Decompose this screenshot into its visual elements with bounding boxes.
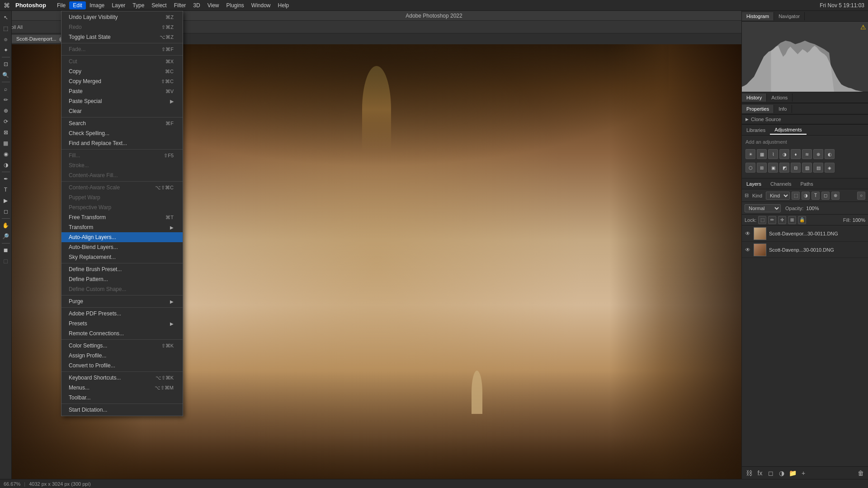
lock-all-btn[interactable]: 🔒 <box>798 216 806 224</box>
menu-free-transform[interactable]: Free Transform ⌘T <box>61 212 183 222</box>
menu-3d[interactable]: 3D <box>189 1 203 9</box>
filter-shape-icon[interactable]: ◻ <box>821 192 830 200</box>
adj-brightness[interactable]: ☀ <box>745 149 755 159</box>
layer-item-1[interactable]: 👁 Scott-Davenpor...30-0011.DNG <box>742 225 868 242</box>
menu-redo[interactable]: Redo ⇧⌘Z <box>61 22 183 32</box>
adj-color-lookup[interactable]: ▣ <box>768 163 778 173</box>
filter-type-icon[interactable]: T <box>811 192 820 200</box>
zoom-tool[interactable]: 🔎 <box>1 231 11 241</box>
menu-copy[interactable]: Copy ⌘C <box>61 66 183 76</box>
adj-exposure[interactable]: ◑ <box>779 149 789 159</box>
foreground-color[interactable]: ■ <box>1 245 11 255</box>
add-layer-btn[interactable]: + <box>799 469 808 478</box>
tab-history[interactable]: History <box>742 94 767 102</box>
quick-select-tool[interactable]: ✦ <box>1 45 11 55</box>
tab-navigator[interactable]: Navigator <box>774 12 805 20</box>
menu-edit[interactable]: Edit <box>69 1 86 9</box>
tab-paths[interactable]: Paths <box>796 180 818 188</box>
filter-adj-icon[interactable]: ◑ <box>802 192 810 200</box>
background-color[interactable]: □ <box>1 256 11 266</box>
delete-layer-btn[interactable]: 🗑 <box>856 469 865 478</box>
menu-assign-profile[interactable]: Assign Profile... <box>61 351 183 361</box>
lasso-tool[interactable]: ⌾ <box>1 34 11 44</box>
menu-define-brush[interactable]: Define Brush Preset... <box>61 264 183 274</box>
menu-auto-align[interactable]: Auto-Align Layers... <box>61 232 183 242</box>
hand-tool[interactable]: ✋ <box>1 221 11 230</box>
menu-auto-blend[interactable]: Auto-Blend Layers... <box>61 242 183 252</box>
menu-check-spelling[interactable]: Check Spelling... <box>61 128 183 138</box>
adj-gradient-map[interactable]: ▤ <box>813 163 823 173</box>
add-adjustment-btn[interactable]: ◑ <box>777 469 786 478</box>
menu-toolbar[interactable]: Toolbar... <box>61 393 183 403</box>
filter-smart-icon[interactable]: ⊕ <box>831 192 840 200</box>
menu-layer[interactable]: Layer <box>108 1 129 9</box>
menu-undo[interactable]: Undo Layer Visibility ⌘Z <box>61 12 183 22</box>
history-brush-tool[interactable]: ⟳ <box>1 117 11 127</box>
tab-actions[interactable]: Actions <box>767 94 793 102</box>
menu-adobe-pdf[interactable]: Adobe PDF Presets... <box>61 309 183 319</box>
eyedropper-tool[interactable]: 🔍 <box>1 70 11 80</box>
lock-artboard-btn[interactable]: ⊞ <box>788 216 796 224</box>
menu-paste-special[interactable]: Paste Special ▶ <box>61 96 183 106</box>
menu-image[interactable]: Image <box>86 1 108 9</box>
add-group-btn[interactable]: 📁 <box>788 469 797 478</box>
eraser-tool[interactable]: ⊠ <box>1 127 11 137</box>
layer-eye-2[interactable]: 👁 <box>745 247 751 253</box>
add-link-btn[interactable]: ⛓ <box>745 469 754 478</box>
adj-posterize[interactable]: ⊟ <box>791 163 801 173</box>
dodge-tool[interactable]: ◑ <box>1 160 11 170</box>
menu-menus[interactable]: Menus... ⌥⇧⌘M <box>61 383 183 393</box>
menu-define-pattern[interactable]: Define Pattern... <box>61 274 183 284</box>
text-tool[interactable]: T <box>1 185 11 195</box>
tab-histogram[interactable]: Histogram <box>742 12 774 20</box>
menu-type[interactable]: Type <box>129 1 148 9</box>
filter-px-icon[interactable]: ⬚ <box>792 192 800 200</box>
menu-copy-merged[interactable]: Copy Merged ⇧⌘C <box>61 76 183 86</box>
menu-find-replace[interactable]: Find and Replace Text... <box>61 138 183 148</box>
menu-sky-replace[interactable]: Sky Replacement... <box>61 252 183 262</box>
healing-tool[interactable]: ⌕ <box>1 84 11 94</box>
adj-channel-mixer[interactable]: ⊞ <box>757 163 767 173</box>
lock-position-btn[interactable]: ✛ <box>778 216 786 224</box>
apple-menu[interactable]: ⌘ <box>4 2 10 9</box>
menu-view[interactable]: View <box>204 1 223 9</box>
menu-select[interactable]: Select <box>148 1 170 9</box>
adj-bw[interactable]: ◐ <box>825 149 835 159</box>
menu-plugins[interactable]: Plugins <box>223 1 248 9</box>
filter-toggle[interactable]: ○ <box>857 192 865 200</box>
menu-color-settings[interactable]: Color Settings... ⇧⌘K <box>61 341 183 351</box>
selection-tool[interactable]: ⬚ <box>1 23 11 33</box>
menu-keyboard-shortcuts[interactable]: Keyboard Shortcuts... ⌥⇧⌘K <box>61 373 183 383</box>
menu-convert-profile[interactable]: Convert to Profile... <box>61 361 183 371</box>
lock-transparent-btn[interactable]: ⬚ <box>758 216 766 224</box>
lock-paint-btn[interactable]: ✏ <box>768 216 776 224</box>
menu-toggle-last[interactable]: Toggle Last State ⌥⌘Z <box>61 32 183 42</box>
gradient-tool[interactable]: ▦ <box>1 138 11 148</box>
tab-properties[interactable]: Properties <box>742 105 774 113</box>
adj-vibrance[interactable]: ♦ <box>791 149 801 159</box>
brush-tool[interactable]: ✏ <box>1 95 11 105</box>
adj-curves[interactable]: ⌇ <box>768 149 778 159</box>
menu-remote-conn[interactable]: Remote Connections... <box>61 328 183 338</box>
adj-hsl[interactable]: ≋ <box>802 149 812 159</box>
layer-item-2[interactable]: 👁 Scott-Davenp...30-0010.DNG <box>742 242 868 258</box>
menu-transform[interactable]: Transform ▶ <box>61 222 183 232</box>
crop-tool[interactable]: ⊡ <box>1 59 11 69</box>
shape-tool[interactable]: ◻ <box>1 206 11 216</box>
add-style-btn[interactable]: fx <box>755 469 764 478</box>
adj-selective-color[interactable]: ◈ <box>825 163 835 173</box>
menu-help[interactable]: Help <box>274 1 293 9</box>
move-tool[interactable]: ↖ <box>1 13 11 23</box>
tab-layers[interactable]: Layers <box>742 180 766 188</box>
menu-paste[interactable]: Paste ⌘V <box>61 86 183 96</box>
layer-eye-1[interactable]: 👁 <box>745 230 751 237</box>
adj-photo-filter[interactable]: ⬡ <box>745 163 755 173</box>
pen-tool[interactable]: ✒ <box>1 174 11 184</box>
menu-start-dictation[interactable]: Start Dictation... <box>61 405 183 415</box>
clone-stamp-tool[interactable]: ⊕ <box>1 106 11 116</box>
menu-search[interactable]: Search ⌘F <box>61 118 183 128</box>
tab-info[interactable]: Info <box>774 105 792 113</box>
filter-type-select[interactable]: Kind <box>766 192 790 200</box>
blend-mode-select[interactable]: Normal <box>745 204 781 212</box>
menu-file[interactable]: File <box>53 1 69 9</box>
